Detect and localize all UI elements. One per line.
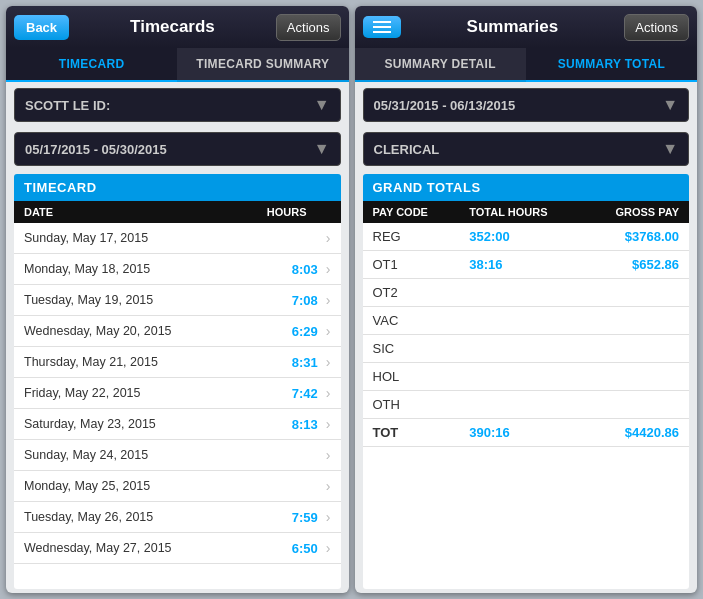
employee-label: SCOTT LE ID:	[25, 98, 110, 113]
gt-paycode: OT1	[373, 257, 470, 272]
chevron-right-icon: ›	[326, 323, 331, 339]
tab-timecard[interactable]: TIMECARD	[6, 48, 177, 82]
right-tab-bar: SUMMARY DETAIL SUMMARY TOTAL	[355, 48, 698, 82]
gt-paycode: REG	[373, 229, 470, 244]
row-date: Thursday, May 21, 2015	[24, 355, 220, 369]
timecard-row[interactable]: Sunday, May 24, 2015 ›	[14, 440, 341, 471]
timecard-row[interactable]: Thursday, May 21, 2015 8:31 ›	[14, 347, 341, 378]
right-header: Summaries Actions	[355, 6, 698, 48]
category-dropdown[interactable]: CLERICAL ▼	[363, 132, 690, 166]
row-date: Saturday, May 23, 2015	[24, 417, 220, 431]
chevron-right-icon: ›	[326, 261, 331, 277]
row-date: Friday, May 22, 2015	[24, 386, 220, 400]
gt-paycode: HOL	[373, 369, 470, 384]
gt-grosspay: $4420.86	[574, 425, 679, 440]
chevron-right-icon: ›	[326, 354, 331, 370]
left-panel-title: Timecards	[69, 17, 276, 37]
chevron-right-icon: ›	[326, 416, 331, 432]
tab-summary-detail[interactable]: SUMMARY DETAIL	[355, 48, 526, 80]
row-date: Monday, May 25, 2015	[24, 479, 220, 493]
gt-totalhrs: 38:16	[469, 257, 574, 272]
right-panel: Summaries Actions SUMMARY DETAIL SUMMARY…	[355, 6, 698, 593]
timecard-row[interactable]: Wednesday, May 20, 2015 6:29 ›	[14, 316, 341, 347]
right-date-chevron-icon: ▼	[662, 96, 678, 114]
gt-row: OTH	[363, 391, 690, 419]
chevron-right-icon: ›	[326, 385, 331, 401]
col-header-hours: HOURS	[212, 206, 330, 218]
row-date: Tuesday, May 26, 2015	[24, 510, 220, 524]
row-hours: 6:50	[220, 541, 324, 556]
gt-row: TOT 390:16 $4420.86	[363, 419, 690, 447]
gt-paycode: OT2	[373, 285, 470, 300]
col-header-totalhrs: TOTAL HOURS	[469, 206, 574, 218]
gt-totalhrs: 352:00	[469, 229, 574, 244]
row-date: Wednesday, May 20, 2015	[24, 324, 220, 338]
timecard-section-title: TIMECARD	[24, 180, 97, 195]
right-date-label: 05/31/2015 - 06/13/2015	[374, 98, 516, 113]
timecard-row[interactable]: Saturday, May 23, 2015 8:13 ›	[14, 409, 341, 440]
timecard-row[interactable]: Tuesday, May 26, 2015 7:59 ›	[14, 502, 341, 533]
chevron-right-icon: ›	[326, 292, 331, 308]
tab-summary-total[interactable]: SUMMARY TOTAL	[526, 48, 697, 82]
timecard-row[interactable]: Monday, May 25, 2015 ›	[14, 471, 341, 502]
timecard-row[interactable]: Friday, May 22, 2015 7:42 ›	[14, 378, 341, 409]
chevron-right-icon: ›	[326, 230, 331, 246]
timecard-row[interactable]: Wednesday, May 27, 2015 6:50 ›	[14, 533, 341, 564]
row-date: Wednesday, May 27, 2015	[24, 541, 220, 555]
left-tab-bar: TIMECARD TIMECARD SUMMARY	[6, 48, 349, 82]
row-hours: 8:03	[220, 262, 324, 277]
timecard-row[interactable]: Monday, May 18, 2015 8:03 ›	[14, 254, 341, 285]
timecard-row[interactable]: Sunday, May 17, 2015 ›	[14, 223, 341, 254]
timecard-table: DATE HOURS Sunday, May 17, 2015 › Monday…	[14, 201, 341, 589]
gt-col-headers: PAY CODE TOTAL HOURS GROSS PAY	[363, 201, 690, 223]
gt-rows-container: REG 352:00 $3768.00 OT1 38:16 $652.86 OT…	[363, 223, 690, 447]
row-date: Tuesday, May 19, 2015	[24, 293, 220, 307]
gt-row: HOL	[363, 363, 690, 391]
chevron-right-icon: ›	[326, 509, 331, 525]
gt-paycode: VAC	[373, 313, 470, 328]
row-date: Sunday, May 24, 2015	[24, 448, 220, 462]
row-hours: 7:42	[220, 386, 324, 401]
left-panel: Back Timecards Actions TIMECARD TIMECARD…	[6, 6, 349, 593]
menu-button[interactable]	[363, 16, 401, 38]
gt-row: OT2	[363, 279, 690, 307]
category-chevron-icon: ▼	[662, 140, 678, 158]
left-header: Back Timecards Actions	[6, 6, 349, 48]
employee-dropdown[interactable]: SCOTT LE ID: ▼	[14, 88, 341, 122]
grand-totals-title: GRAND TOTALS	[373, 180, 481, 195]
row-hours: 8:31	[220, 355, 324, 370]
timecard-row[interactable]: Tuesday, May 19, 2015 7:08 ›	[14, 285, 341, 316]
chevron-right-icon: ›	[326, 447, 331, 463]
category-label: CLERICAL	[374, 142, 440, 157]
gt-grosspay: $652.86	[574, 257, 679, 272]
gt-totalhrs: 390:16	[469, 425, 574, 440]
left-actions-button[interactable]: Actions	[276, 14, 341, 41]
gt-paycode: TOT	[373, 425, 470, 440]
gt-grosspay: $3768.00	[574, 229, 679, 244]
app-container: Back Timecards Actions TIMECARD TIMECARD…	[0, 0, 703, 599]
row-hours: 8:13	[220, 417, 324, 432]
gt-row: VAC	[363, 307, 690, 335]
col-header-grosspay: GROSS PAY	[574, 206, 679, 218]
gt-row: SIC	[363, 335, 690, 363]
chevron-right-icon: ›	[326, 540, 331, 556]
col-header-paycode: PAY CODE	[373, 206, 470, 218]
row-hours: 7:08	[220, 293, 324, 308]
left-date-dropdown[interactable]: 05/17/2015 - 05/30/2015 ▼	[14, 132, 341, 166]
chevron-right-icon: ›	[326, 478, 331, 494]
right-panel-title: Summaries	[401, 17, 625, 37]
grand-totals-table: PAY CODE TOTAL HOURS GROSS PAY REG 352:0…	[363, 201, 690, 589]
tab-timecard-summary[interactable]: TIMECARD SUMMARY	[177, 48, 348, 80]
row-date: Monday, May 18, 2015	[24, 262, 220, 276]
gt-paycode: SIC	[373, 341, 470, 356]
left-date-label: 05/17/2015 - 05/30/2015	[25, 142, 167, 157]
row-hours: 6:29	[220, 324, 324, 339]
gt-row: OT1 38:16 $652.86	[363, 251, 690, 279]
timecard-section-header: TIMECARD	[14, 174, 341, 201]
right-date-dropdown[interactable]: 05/31/2015 - 06/13/2015 ▼	[363, 88, 690, 122]
col-header-date: DATE	[24, 206, 212, 218]
row-date: Sunday, May 17, 2015	[24, 231, 220, 245]
right-actions-button[interactable]: Actions	[624, 14, 689, 41]
back-button[interactable]: Back	[14, 15, 69, 40]
timecard-col-headers: DATE HOURS	[14, 201, 341, 223]
